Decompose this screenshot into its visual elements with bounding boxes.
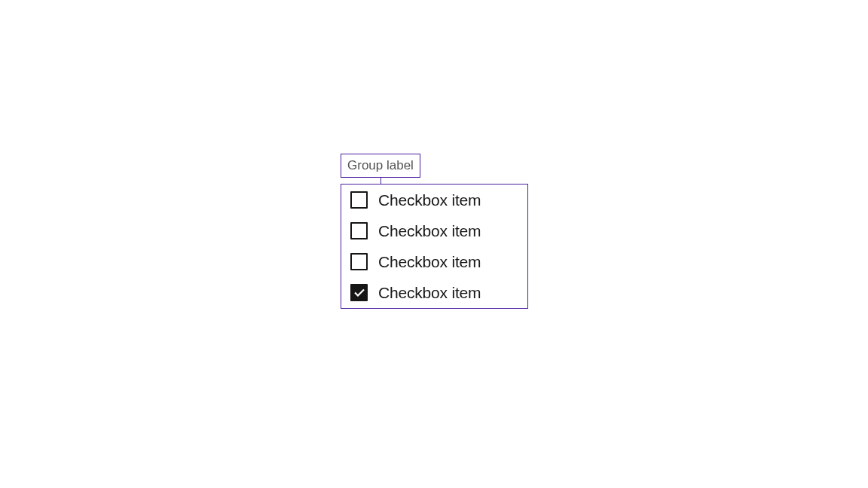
group-label-text: Group label	[347, 158, 414, 172]
checkbox-item-label: Checkbox item	[378, 283, 481, 302]
checkbox-unchecked-icon[interactable]	[350, 222, 368, 239]
checkbox-item[interactable]: Checkbox item	[350, 252, 518, 271]
checkbox-item[interactable]: Checkbox item	[350, 283, 518, 302]
checkbox-item-label: Checkbox item	[378, 252, 481, 271]
group-label: Group label	[341, 154, 420, 178]
checkbox-item[interactable]: Checkbox item	[350, 191, 518, 209]
checkbox-list: Checkbox item Checkbox item Checkbox ite…	[341, 184, 528, 310]
checkbox-unchecked-icon[interactable]	[350, 253, 368, 270]
checkbox-item-label: Checkbox item	[378, 191, 481, 209]
checkbox-item[interactable]: Checkbox item	[350, 221, 518, 240]
checkbox-group: Group label Checkbox item Checkbox item …	[341, 154, 528, 309]
checkbox-checked-icon[interactable]	[350, 284, 368, 301]
checkbox-item-label: Checkbox item	[378, 221, 481, 240]
checkbox-unchecked-icon[interactable]	[350, 191, 368, 209]
